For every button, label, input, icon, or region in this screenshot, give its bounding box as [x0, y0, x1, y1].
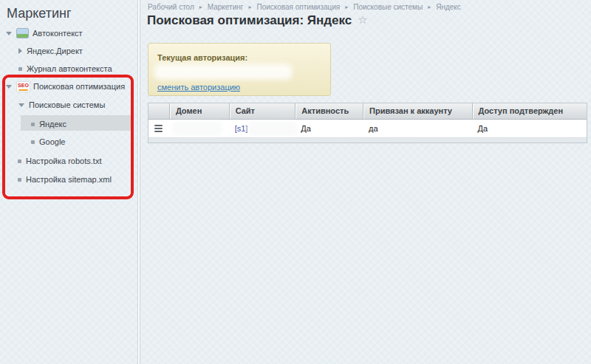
- bullet-icon: [18, 178, 21, 182]
- sidebar-item-label: Автоконтекст: [33, 29, 83, 38]
- breadcrumb-separator-icon: [345, 4, 348, 10]
- redacted-domain-value: [175, 124, 219, 133]
- row-linked-account-cell: да: [363, 124, 471, 133]
- table-header-domain[interactable]: Домен: [169, 103, 229, 119]
- row-domain-cell: [169, 124, 229, 133]
- table-header-site[interactable]: Сайт: [229, 103, 296, 119]
- favorite-star-icon[interactable]: [358, 13, 367, 27]
- sidebar-item-yandex[interactable]: Яндекс: [31, 117, 66, 129]
- autocontext-icon: [16, 28, 29, 38]
- row-site-cell: [s1]: [229, 124, 296, 133]
- seo-icon: SEO: [16, 81, 30, 92]
- page-title: Поисковая оптимизация: Яндекс: [147, 13, 368, 28]
- sidebar-item-autocontext[interactable]: Автоконтекст: [6, 27, 83, 38]
- chevron-down-icon[interactable]: [18, 103, 24, 107]
- sidebar-item-robots-txt[interactable]: Настройка robots.txt: [18, 154, 101, 166]
- sidebar: Маркетинг Автоконтекст Яндекс.Директ Жур…: [0, 0, 137, 364]
- sidebar-item-label: Яндекс.Директ: [27, 47, 83, 55]
- row-activity-cell: Да: [295, 124, 363, 133]
- site-id-link[interactable]: [s1]: [235, 124, 248, 133]
- sidebar-title: Маркетинг: [7, 6, 72, 21]
- row-access-confirmed-cell: Да: [472, 124, 587, 133]
- sidebar-item-google[interactable]: Google: [31, 135, 65, 147]
- sidebar-item-label: Настройка sitemap.xml: [26, 175, 112, 184]
- sidebar-item-sitemap-xml[interactable]: Настройка sitemap.xml: [18, 173, 112, 185]
- bullet-icon: [31, 140, 35, 144]
- table-footer-bar: [148, 137, 587, 142]
- search-engine-table: Домен Сайт Активность Привязан к аккаунт…: [148, 103, 587, 143]
- breadcrumb-item-yandex[interactable]: Яндекс: [436, 3, 461, 11]
- sidebar-item-label: Google: [39, 137, 65, 146]
- sidebar-item-autocontext-journal[interactable]: Журнал автоконтекста: [18, 62, 112, 74]
- current-authorization-panel: Текущая авторизация: сменить авторизацию: [148, 43, 331, 96]
- sidebar-item-label: Поисковые системы: [29, 100, 105, 109]
- row-menu-icon[interactable]: [154, 125, 163, 132]
- redacted-site-value: [250, 124, 295, 133]
- chevron-down-icon[interactable]: [6, 32, 12, 35]
- breadcrumb-separator-icon: [199, 4, 202, 10]
- bullet-icon: [18, 67, 22, 71]
- breadcrumb: Рабочий столМаркетингПоисковая оптимизац…: [148, 3, 461, 11]
- breadcrumb-item-seo[interactable]: Поисковая оптимизация: [256, 3, 340, 11]
- sidebar-item-search-engines[interactable]: Поисковые системы: [18, 98, 105, 110]
- table-header-activity[interactable]: Активность: [295, 103, 363, 119]
- table-header-linked-account[interactable]: Привязан к аккаунту: [363, 103, 472, 119]
- bullet-icon: [18, 159, 21, 163]
- sidebar-item-label: Журнал автоконтекста: [27, 64, 112, 73]
- bullet-icon: [31, 123, 35, 126]
- chevron-down-icon[interactable]: [6, 85, 12, 89]
- auth-label: Текущая авторизация:: [157, 53, 330, 62]
- table-header-handle: [148, 103, 169, 119]
- table-header-access-confirmed[interactable]: Доступ подтвержден: [472, 103, 587, 119]
- table-row: [s1] Да да Да: [148, 120, 587, 137]
- breadcrumb-separator-icon: [248, 4, 251, 10]
- main-content: Рабочий столМаркетингПоисковая оптимизац…: [140, 0, 591, 364]
- sidebar-item-label: Поисковая оптимизация: [33, 82, 125, 91]
- breadcrumb-item-search-engines[interactable]: Поисковые системы: [353, 3, 423, 11]
- table-header-row: Домен Сайт Активность Привязан к аккаунт…: [148, 103, 587, 120]
- breadcrumb-item-marketing[interactable]: Маркетинг: [208, 3, 244, 11]
- sidebar-item-label: Яндекс: [39, 120, 66, 128]
- breadcrumb-item-desktop[interactable]: Рабочий стол: [148, 3, 194, 11]
- page-title-text: Поисковая оптимизация: Яндекс: [147, 13, 352, 27]
- breadcrumb-separator-icon: [428, 4, 431, 10]
- change-authorization-link[interactable]: сменить авторизацию: [157, 83, 240, 92]
- sidebar-item-seo[interactable]: SEOПоисковая оптимизация: [6, 80, 125, 92]
- redacted-auth-value: [157, 67, 289, 76]
- sidebar-item-label: Настройка robots.txt: [26, 157, 101, 165]
- sidebar-item-yandex-direct[interactable]: Яндекс.Директ: [18, 44, 83, 56]
- chevron-right-icon[interactable]: [18, 48, 22, 54]
- row-menu-cell: [148, 125, 169, 132]
